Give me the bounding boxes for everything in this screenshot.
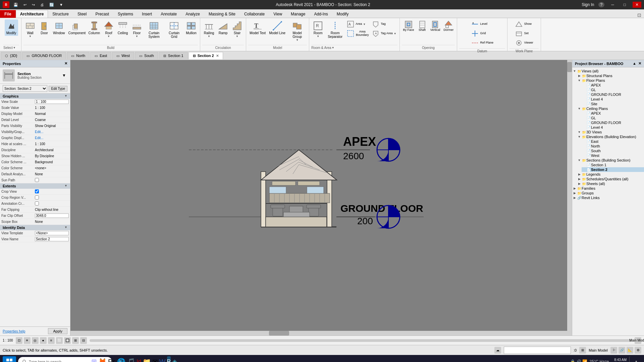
model-group-btn[interactable]: Model Group ▼ [287, 19, 307, 43]
taskbar-music[interactable]: 🎵 [127, 356, 135, 362]
units-icon[interactable]: 📐 [627, 347, 633, 354]
elevations-expand[interactable]: ▼ [577, 135, 582, 138]
close-btn[interactable]: ✕ [633, 2, 641, 8]
model-text-btn[interactable]: T Model Text [248, 19, 267, 36]
tree-families[interactable]: ▶ 📁 Families [572, 186, 644, 191]
tab-annotate[interactable]: Annotate [156, 10, 181, 18]
identity-section-header[interactable]: Identity Data ▼ [0, 225, 70, 230]
sun-path-checkbox[interactable] [35, 178, 39, 182]
prop-type-dropdown[interactable]: ▼ [62, 73, 67, 78]
crop-view-checkbox[interactable] [35, 189, 39, 193]
vertical-scrollbar[interactable] [567, 60, 572, 336]
qat-undo[interactable]: ↩ [22, 2, 28, 8]
view-tab-north[interactable]: ▭ North [67, 52, 90, 59]
tab-massing[interactable]: Massing & Site [204, 10, 240, 18]
thin-lines[interactable]: 🔲 [64, 337, 71, 344]
tag-area-btn[interactable]: A Tag Area ▼ [371, 29, 397, 38]
tab-manage[interactable]: Manage [286, 10, 310, 18]
project-browser-tree[interactable]: ▼ 📁 Views (all) ▶ 📁 Structural Plans ▼ 📁… [572, 67, 644, 336]
tab-analyze[interactable]: Analyze [181, 10, 204, 18]
search-field[interactable] [504, 347, 571, 354]
room-area-dropdown[interactable]: Room & Area ▼ [311, 46, 397, 50]
model-selector-btn[interactable]: Main Model [635, 337, 641, 344]
ribbon-expand-btn[interactable]: ⊡ [637, 12, 641, 18]
tab-file[interactable]: File [0, 10, 16, 18]
tree-cp-gl[interactable]: 📄 GL [582, 116, 644, 120]
select-dropdown[interactable]: Select ▼ [3, 46, 19, 50]
close-hidden[interactable]: ⊟ [80, 337, 87, 344]
tree-section1[interactable]: 📄 Section 1 [582, 163, 644, 167]
tab-structure[interactable]: Structure [48, 10, 73, 18]
maximize-btn[interactable]: □ [621, 2, 629, 8]
view-scale-value[interactable]: 1 : 100 [35, 100, 69, 104]
extents-section-header[interactable]: Extents ▼ [0, 183, 70, 189]
taskbar-mail[interactable]: ✉ [152, 356, 158, 362]
sections-expand[interactable]: ▼ [577, 159, 582, 162]
room-separator-btn[interactable]: Room Separator [325, 19, 345, 40]
graphics-section-header[interactable]: Graphics ▼ [0, 94, 70, 99]
tag-room-btn[interactable]: Tag [371, 19, 387, 29]
tree-sections[interactable]: ▼ 📁 Sections (Building Section) [577, 158, 644, 163]
view-tab-ground-floor[interactable]: ▭ GROUND FLOOR [22, 52, 66, 59]
tree-cp-level4[interactable]: 📄 Level 4 [582, 125, 644, 130]
cloud-sync-icon[interactable]: ☁ [494, 347, 501, 354]
worksets-icon[interactable]: ⊞ [579, 347, 586, 354]
taskbar-browser2[interactable]: 🌐 [117, 356, 125, 362]
tab-collaborate[interactable]: Collaborate [240, 10, 269, 18]
tree-fp-apex[interactable]: 📄 APEX [582, 83, 644, 87]
tree-floor-plans[interactable]: ▼ 📁 Floor Plans [577, 78, 644, 83]
tree-schedules[interactable]: ▶ 📁 Schedules/Quantities (all) [577, 177, 644, 181]
area-btn[interactable]: A Area ▼ [345, 19, 367, 29]
stair-btn[interactable]: Stair ▼ [230, 19, 244, 39]
curtain-grid-btn[interactable]: Curtain Grid [164, 19, 184, 40]
view-name-value[interactable]: Section 2 [35, 237, 69, 241]
tree-fp-gl[interactable]: 📄 GL [582, 87, 644, 92]
tree-cp-apex[interactable]: 📄 APEX [582, 111, 644, 116]
view-tab-3d[interactable]: ⬡ {3D} [1, 52, 21, 59]
start-button[interactable] [3, 356, 16, 362]
tab-architecture[interactable]: Architecture [16, 10, 48, 18]
tree-ceiling-plans[interactable]: ▼ 📁 Ceiling Plans [577, 106, 644, 111]
shadows-toggle[interactable]: ● [40, 337, 47, 344]
tree-elev-north[interactable]: 📄 North [582, 144, 644, 148]
dormer-btn[interactable]: Dormer [442, 19, 455, 33]
render-toggle[interactable]: ◎ [32, 337, 39, 344]
view-tab-south[interactable]: ▭ South [135, 52, 158, 59]
floor-btn[interactable]: Floor ▼ [130, 19, 144, 39]
pb-close-btn[interactable]: ✕ [638, 61, 641, 66]
minimize-btn[interactable]: ─ [608, 2, 617, 8]
taskbar-extra[interactable]: ◈ [172, 356, 177, 362]
view-detail[interactable]: ≡ [48, 337, 55, 344]
taskbar-folder[interactable]: 📁 [143, 356, 151, 362]
tab-addins[interactable]: Add-Ins [310, 10, 332, 18]
view-tab-west[interactable]: ▭ West [112, 52, 134, 59]
window-btn[interactable]: Window [52, 19, 66, 36]
railing-btn[interactable]: Railing ▼ [202, 19, 216, 39]
sign-in-btn[interactable]: Sign In [582, 2, 594, 7]
area-boundary-btn[interactable]: Area Boundary [345, 29, 370, 38]
horizontal-scrollbar[interactable] [70, 331, 567, 336]
apply-btn[interactable]: Apply [48, 328, 67, 334]
curtain-system-btn[interactable]: Curtain System [144, 19, 164, 40]
groups-expand[interactable]: ▶ [572, 191, 577, 195]
tree-elev-west[interactable]: 📄 West [582, 153, 644, 158]
taskbar-word[interactable]: W [159, 356, 166, 362]
room-btn[interactable]: R Room ▼ [311, 19, 325, 39]
viewer-btn[interactable]: Viewer [514, 38, 534, 48]
tab-precast[interactable]: Precast [91, 10, 113, 18]
tree-fp-ground-floor[interactable]: 📄 GROUND FLOOR [582, 92, 644, 97]
annotation-crop-checkbox[interactable] [35, 201, 39, 205]
graphic-display-value[interactable]: Edit... [35, 136, 69, 140]
tree-sheets[interactable]: ▶ 📁 Sheets (all) [577, 181, 644, 186]
level-btn[interactable]: ▲ Level [470, 19, 494, 29]
families-expand[interactable]: ▶ [572, 187, 577, 190]
views-all-expand[interactable]: ▼ [572, 69, 577, 73]
properties-scroll[interactable]: Graphics ▼ View Scale 1 : 100 Scale Valu… [0, 94, 70, 326]
taskbar-firefox[interactable]: 🦊 [98, 356, 107, 362]
by-face-btn[interactable]: By Face [402, 19, 416, 33]
qat-save[interactable]: 💾 [12, 2, 19, 8]
mullion-btn[interactable]: Mullion [184, 19, 198, 36]
tree-elev-south[interactable]: 📄 South [582, 148, 644, 153]
show-workplane-btn[interactable]: Show [514, 19, 534, 29]
visual-style[interactable]: ⬜ [56, 337, 63, 344]
